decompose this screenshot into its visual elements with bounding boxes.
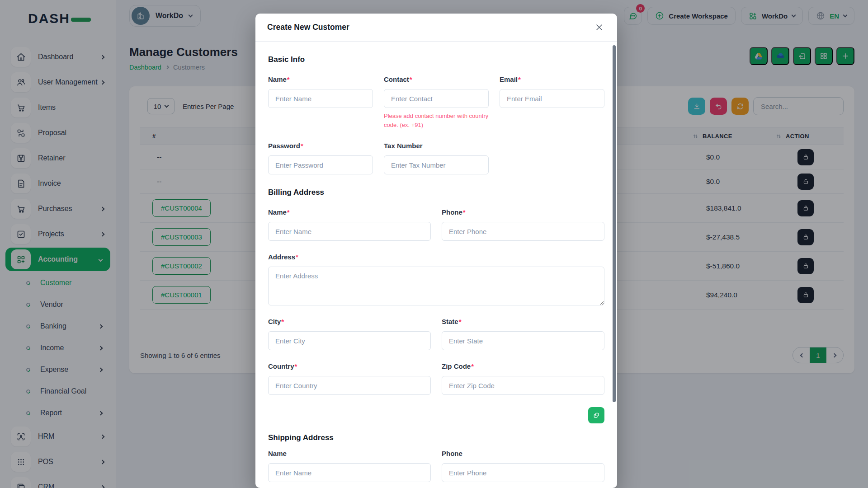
billing-zip-field[interactable] — [442, 376, 604, 395]
modal-body: Basic Info Name* Contact* Please add con… — [255, 42, 617, 488]
billing-city-field[interactable] — [268, 331, 431, 350]
tax-number-label: Tax Number — [384, 142, 489, 150]
name-field[interactable] — [268, 89, 373, 108]
email-label: Email* — [500, 75, 604, 83]
required-marker: * — [463, 208, 466, 216]
billing-state-label: State* — [442, 318, 604, 325]
billing-name-field[interactable] — [268, 222, 431, 241]
name-label: Name* — [268, 75, 373, 83]
app-screen: DASH Dashboard User Management — [0, 0, 868, 488]
close-icon — [595, 23, 604, 32]
contact-hint: Please add contact number with country c… — [384, 112, 494, 130]
billing-phone-field[interactable] — [442, 222, 604, 241]
billing-country-field[interactable] — [268, 376, 431, 395]
billing-address-field[interactable] — [268, 267, 604, 305]
contact-field[interactable] — [384, 89, 489, 108]
billing-address-label: Address* — [268, 253, 604, 261]
required-marker: * — [295, 362, 297, 370]
required-marker: * — [296, 253, 298, 261]
required-marker: * — [301, 142, 303, 150]
create-customer-modal: Create New Customer Basic Info Name* Con… — [255, 14, 617, 488]
modal-scrollbar[interactable] — [613, 45, 616, 402]
password-field[interactable] — [268, 155, 373, 174]
tax-number-field[interactable] — [384, 155, 489, 174]
copy-icon — [593, 412, 600, 419]
email-field[interactable] — [500, 89, 604, 108]
billing-name-label: Name* — [268, 208, 431, 216]
password-label: Password* — [268, 142, 373, 150]
required-marker: * — [459, 318, 462, 325]
billing-city-label: City* — [268, 318, 431, 325]
billing-phone-label: Phone* — [442, 208, 604, 216]
billing-state-field[interactable] — [442, 331, 604, 350]
required-marker: * — [410, 75, 412, 83]
required-marker: * — [281, 318, 284, 325]
required-marker: * — [287, 208, 290, 216]
billing-country-label: Country* — [268, 362, 431, 370]
section-heading-shipping-address: Shipping Address — [268, 433, 604, 442]
section-heading-basic-info: Basic Info — [268, 55, 604, 64]
shipping-phone-field[interactable] — [442, 463, 604, 482]
section-heading-billing-address: Billing Address — [268, 188, 604, 197]
shipping-name-field[interactable] — [268, 463, 431, 482]
shipping-phone-label: Phone — [442, 450, 604, 457]
modal-header: Create New Customer — [255, 14, 617, 42]
close-button[interactable] — [593, 21, 605, 33]
shipping-name-label: Name — [268, 450, 431, 457]
billing-zip-label: Zip Code* — [442, 362, 604, 370]
copy-billing-to-shipping-button[interactable] — [588, 407, 604, 423]
required-marker: * — [471, 362, 474, 370]
modal-title: Create New Customer — [267, 23, 349, 32]
required-marker: * — [518, 75, 521, 83]
required-marker: * — [287, 75, 290, 83]
contact-label: Contact* — [384, 75, 489, 83]
